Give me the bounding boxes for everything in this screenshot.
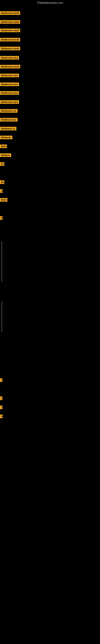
bottleneck-badge-17: Bottlene [0,153,11,157]
vertical-bar-1 [1,242,2,282]
bottleneck-badge-25: r [0,406,2,409]
bottleneck-badge-6: Bottleneck resu [0,56,19,60]
bottleneck-badge-22: B [0,216,3,220]
bottleneck-badge-2: Bottleneck result [0,20,20,24]
bottleneck-badge-5: Bottleneck result [0,47,20,50]
vertical-bar-2 [1,302,2,332]
bottleneck-badge-4: Bottleneck result [0,38,20,42]
bottleneck-badge-26: B [0,414,3,418]
bottleneck-badge-13: Bottleneck res [0,118,18,122]
bottleneck-badge-16: Bott [0,144,7,148]
bottleneck-badge-21: Bottl [0,198,7,202]
bottleneck-badge-3: Bottleneck result [0,28,20,32]
bottleneck-badge-10: Bottleneck resu [0,91,19,95]
bottleneck-badge-12: Bottleneck res [0,109,18,113]
bottleneck-badge-24: | [0,396,2,400]
bottleneck-badge-7: Bottleneck result [0,65,20,68]
bottleneck-badge-9: Bottleneck resu [0,82,19,86]
bottleneck-badge-18: Bo [0,162,4,166]
bottleneck-badge-14: Bottleneck re [0,127,16,130]
bottleneck-badge-11: Bottleneck resu [0,100,19,104]
bottleneck-badge-15: Bottlenec [0,136,12,139]
bottleneck-badge-20: B [0,189,3,193]
bottleneck-badge-8: Bottleneck resu [0,74,19,77]
bottleneck-badge-23: | [0,378,2,382]
bottleneck-badge-19: Bo [0,180,4,184]
bottleneck-badge-1: Bottleneck result [0,11,20,15]
